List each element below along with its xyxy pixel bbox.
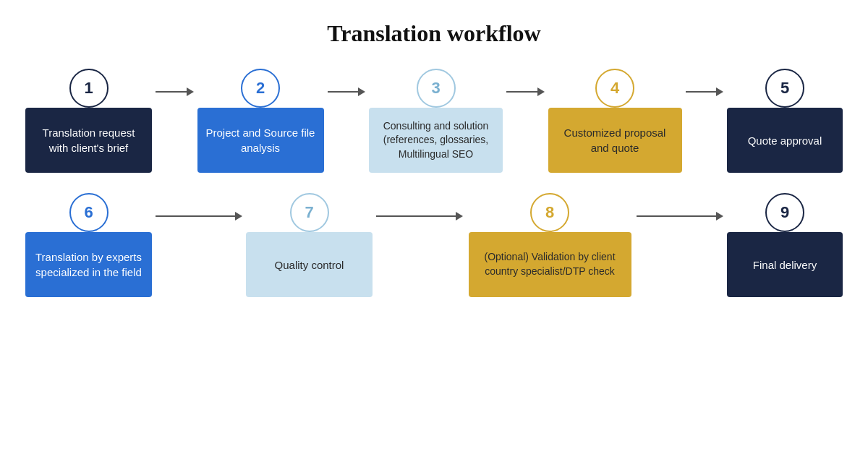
step-5-card: Quote approval bbox=[727, 108, 843, 173]
arrow-2-3 bbox=[328, 69, 366, 96]
step-2-card: Project and Source file analysis bbox=[197, 108, 324, 173]
step-9: 9 Final delivery bbox=[723, 193, 846, 297]
page-title: Translation workflow bbox=[327, 20, 540, 47]
step-6: 6 Translation by experts specialized in … bbox=[22, 193, 156, 297]
step-5-circle: 5 bbox=[765, 69, 804, 108]
step-4: 4 Customized proposal and quote bbox=[545, 69, 686, 173]
step-6-circle: 6 bbox=[69, 193, 109, 232]
arrow-3-4 bbox=[506, 69, 545, 96]
step-7: 7 Quality control bbox=[242, 193, 376, 297]
step-8: 8 (Optional) Validation by client countr… bbox=[463, 193, 637, 297]
step-3: 3 Consulting and solution (references, g… bbox=[365, 69, 506, 173]
arrow-4-5 bbox=[686, 69, 724, 96]
step-1-card: Translation request with client's brief bbox=[25, 108, 152, 173]
step-1-circle: 1 bbox=[69, 69, 109, 108]
step-8-circle: 8 bbox=[530, 193, 569, 232]
step-5: 5 Quote approval bbox=[723, 69, 846, 173]
step-7-circle: 7 bbox=[290, 193, 329, 232]
step-8-card: (Optional) Validation by client country … bbox=[469, 232, 631, 297]
step-3-circle: 3 bbox=[417, 69, 456, 108]
arrow-7-8 bbox=[376, 193, 463, 220]
step-4-card: Customized proposal and quote bbox=[548, 108, 682, 173]
workflow-row-1: 1 Translation request with client's brie… bbox=[22, 69, 846, 173]
step-7-card: Quality control bbox=[246, 232, 373, 297]
step-2: 2 Project and Source file analysis bbox=[194, 69, 328, 173]
workflow-container: 1 Translation request with client's brie… bbox=[22, 69, 846, 297]
arrow-1-2 bbox=[156, 69, 194, 96]
step-6-card: Translation by experts specialized in th… bbox=[25, 232, 152, 297]
step-1: 1 Translation request with client's brie… bbox=[22, 69, 156, 173]
step-2-circle: 2 bbox=[241, 69, 280, 108]
step-4-circle: 4 bbox=[595, 69, 634, 108]
step-9-circle: 9 bbox=[765, 193, 804, 232]
arrow-8-9 bbox=[637, 193, 723, 220]
arrow-6-7 bbox=[156, 193, 242, 220]
workflow-row-2: 6 Translation by experts specialized in … bbox=[22, 193, 846, 297]
step-9-card: Final delivery bbox=[727, 232, 843, 297]
step-3-card: Consulting and solution (references, glo… bbox=[369, 108, 503, 173]
